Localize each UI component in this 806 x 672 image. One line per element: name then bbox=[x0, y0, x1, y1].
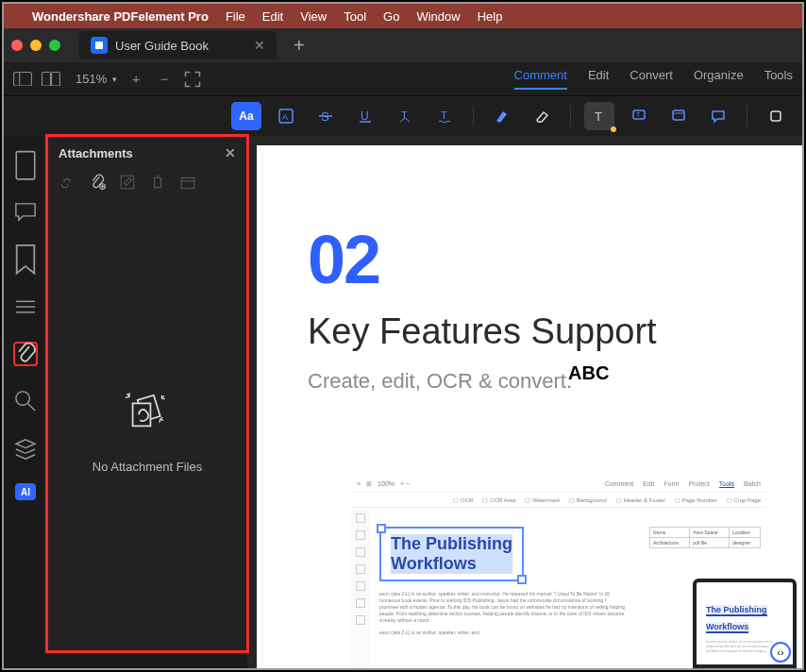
fit-screen-icon[interactable] bbox=[183, 71, 202, 88]
tab-bar: User Guide Book ✕ + bbox=[4, 28, 802, 62]
squiggly-tool[interactable]: T bbox=[429, 102, 460, 130]
thumbnails-icon[interactable] bbox=[13, 153, 38, 177]
mac-menubar: Wondershare PDFelement Pro File Edit Vie… bbox=[4, 4, 802, 28]
app-name[interactable]: Wondershare PDFelement Pro bbox=[32, 9, 209, 24]
close-tab-icon[interactable]: ✕ bbox=[254, 38, 265, 53]
svg-text:A: A bbox=[282, 112, 288, 122]
comments-list-icon[interactable] bbox=[13, 200, 38, 225]
stack-icon[interactable] bbox=[13, 436, 38, 461]
eraser-tool[interactable] bbox=[527, 102, 557, 130]
textbox-example[interactable]: ABC bbox=[568, 362, 609, 384]
bookmarks-icon[interactable] bbox=[13, 247, 38, 272]
svg-line-24 bbox=[28, 404, 35, 411]
comment-tool[interactable] bbox=[703, 102, 733, 130]
strikethrough-tool[interactable]: S bbox=[311, 102, 341, 130]
menu-window[interactable]: Window bbox=[416, 9, 460, 24]
delete-attachment-icon[interactable] bbox=[149, 174, 166, 191]
tab-title: User Guide Book bbox=[115, 39, 209, 53]
svg-rect-4 bbox=[52, 72, 60, 85]
document-tab[interactable]: User Guide Book ✕ bbox=[79, 31, 277, 59]
maximize-window-button[interactable] bbox=[49, 40, 60, 51]
mini-selection-box: The Publishing Workflows bbox=[379, 527, 524, 581]
menu-go[interactable]: Go bbox=[383, 9, 399, 24]
tablet-mockup: The Publishing Workflows Lorem ipsum dol… bbox=[693, 579, 797, 668]
menu-file[interactable]: File bbox=[226, 9, 245, 24]
tab-organize[interactable]: Organize bbox=[694, 68, 744, 90]
text-highlight-tool[interactable]: Aa bbox=[231, 102, 261, 130]
underline-tool[interactable]: U bbox=[350, 102, 380, 130]
pdf-page: 02 ABC Key Features Support Create, edit… bbox=[257, 145, 802, 668]
panel-empty-state: No Attachment Files bbox=[47, 200, 247, 655]
empty-text: No Attachment Files bbox=[92, 460, 202, 474]
text-box-tool[interactable]: T bbox=[584, 102, 614, 130]
svg-text:T: T bbox=[595, 109, 602, 124]
svg-rect-28 bbox=[121, 176, 134, 189]
svg-text:U: U bbox=[361, 109, 369, 123]
zoom-out-icon[interactable]: − bbox=[155, 71, 174, 88]
layers-icon[interactable] bbox=[13, 294, 38, 319]
tab-convert[interactable]: Convert bbox=[630, 68, 673, 90]
caret-tool[interactable]: T bbox=[390, 102, 420, 130]
page-title: Key Features Support bbox=[308, 311, 802, 352]
close-panel-icon[interactable]: ✕ bbox=[225, 145, 236, 160]
svg-point-23 bbox=[16, 392, 29, 405]
panel-title: Attachments bbox=[59, 146, 133, 160]
link-attachment-icon[interactable] bbox=[59, 174, 76, 191]
search-icon[interactable] bbox=[13, 389, 38, 413]
menu-edit[interactable]: Edit bbox=[262, 9, 283, 24]
svg-rect-0 bbox=[95, 42, 103, 49]
zoom-value: 151% bbox=[76, 72, 107, 86]
zoom-in-icon[interactable]: + bbox=[126, 71, 145, 88]
minimize-window-button[interactable] bbox=[30, 40, 42, 51]
callout-tool[interactable]: T bbox=[624, 102, 654, 130]
shape-tool[interactable] bbox=[761, 102, 791, 130]
zoom-control[interactable]: 151% ▾ bbox=[76, 72, 117, 86]
menu-tool[interactable]: Tool bbox=[344, 9, 366, 24]
chevron-down-icon: ▾ bbox=[112, 75, 117, 84]
empty-attachment-icon bbox=[114, 382, 180, 439]
tool-ribbon: Aa A S U T T T T bbox=[4, 96, 802, 136]
svg-rect-1 bbox=[14, 72, 32, 85]
mini-table: NameArea SpaceLocation Architecturepdf f… bbox=[649, 527, 761, 548]
panel-toolbar bbox=[47, 170, 247, 200]
ai-button[interactable]: AI bbox=[15, 483, 36, 500]
mode-tabs: Comment Edit Convert Organize Tools bbox=[514, 68, 793, 90]
top-controls: 151% ▾ + − Comment Edit Convert Organize… bbox=[4, 62, 802, 96]
svg-text:T: T bbox=[636, 111, 641, 118]
svg-rect-19 bbox=[16, 151, 35, 178]
attachments-icon[interactable] bbox=[13, 342, 38, 366]
close-window-button[interactable] bbox=[11, 40, 23, 51]
window-controls bbox=[11, 40, 60, 51]
add-tab-button[interactable]: + bbox=[294, 35, 305, 57]
chapter-number: 02 bbox=[308, 221, 802, 298]
add-attachment-icon[interactable] bbox=[89, 174, 106, 191]
two-page-icon[interactable] bbox=[42, 71, 60, 88]
note-tool[interactable] bbox=[663, 102, 694, 130]
svg-rect-29 bbox=[181, 178, 194, 189]
document-viewport[interactable]: 02 ABC Key Features Support Create, edit… bbox=[247, 136, 802, 668]
svg-rect-16 bbox=[673, 110, 684, 120]
left-rail: AI bbox=[4, 136, 47, 668]
page-subtitle: Create, edit, OCR & convert. bbox=[308, 369, 802, 394]
tab-comment[interactable]: Comment bbox=[514, 68, 567, 90]
marker-tool[interactable] bbox=[487, 102, 517, 130]
svg-rect-3 bbox=[42, 72, 51, 85]
edit-attachment-icon[interactable] bbox=[119, 174, 136, 191]
area-highlight-tool[interactable]: A bbox=[271, 102, 301, 130]
tab-edit[interactable]: Edit bbox=[588, 68, 609, 90]
attachments-panel-wrap: Attachments ✕ bbox=[47, 136, 247, 668]
svg-text:T: T bbox=[441, 109, 447, 121]
menu-view[interactable]: View bbox=[300, 9, 327, 24]
tab-tools[interactable]: Tools bbox=[764, 68, 793, 90]
sidebar-toggle-icon[interactable] bbox=[13, 71, 32, 88]
pdf-icon bbox=[91, 37, 108, 54]
save-attachment-icon[interactable] bbox=[179, 174, 196, 191]
svg-rect-18 bbox=[771, 111, 781, 121]
attachments-panel: Attachments ✕ bbox=[47, 136, 247, 655]
menu-help[interactable]: Help bbox=[478, 9, 503, 24]
hand-icon: ‹› bbox=[770, 642, 791, 663]
